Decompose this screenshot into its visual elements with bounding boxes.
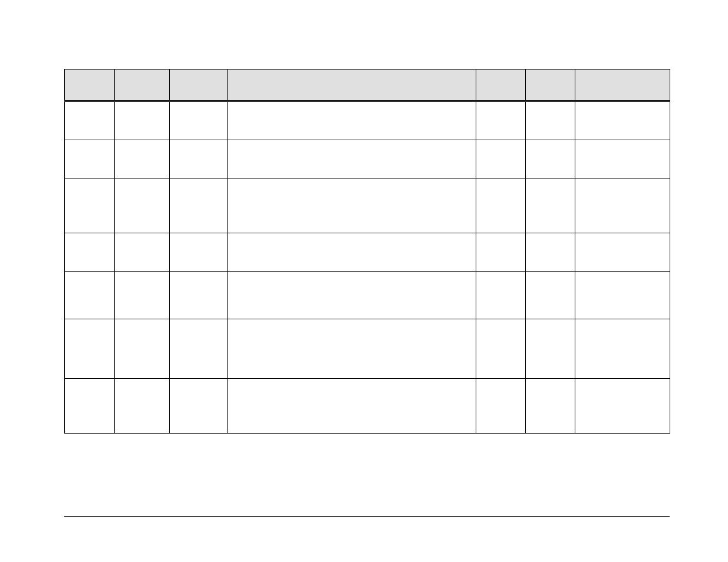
table-cell [228, 379, 476, 434]
table-cell [476, 178, 526, 233]
table-cell [526, 140, 575, 178]
table-cell [228, 140, 476, 178]
table-header-cell [526, 70, 575, 101]
table-cell [170, 101, 228, 140]
table-cell [575, 272, 670, 319]
table-row [65, 101, 670, 140]
table-cell [575, 233, 670, 272]
document-page [0, 0, 728, 562]
table-cell [526, 319, 575, 379]
table-row [65, 233, 670, 272]
table-cell [228, 319, 476, 379]
table-cell [170, 233, 228, 272]
table-cell [575, 140, 670, 178]
table-cell [575, 101, 670, 140]
table-header-cell [575, 70, 670, 101]
table-cell [115, 272, 170, 319]
table-cell [170, 272, 228, 319]
table-cell [115, 140, 170, 178]
table-cell [65, 319, 115, 379]
table-row [65, 379, 670, 434]
table-cell [115, 379, 170, 434]
table-cell [65, 140, 115, 178]
table-cell [115, 178, 170, 233]
table-container [64, 69, 670, 434]
table-row [65, 178, 670, 233]
table-cell [170, 319, 228, 379]
table-cell [228, 178, 476, 233]
table-cell [65, 233, 115, 272]
table-cell [476, 233, 526, 272]
table-cell [526, 379, 575, 434]
table-cell [228, 101, 476, 140]
table-cell [476, 101, 526, 140]
table-cell [228, 272, 476, 319]
footer-rule [64, 516, 670, 517]
table-cell [65, 272, 115, 319]
table-row [65, 140, 670, 178]
table-cell [65, 379, 115, 434]
table-cell [170, 379, 228, 434]
data-table [64, 69, 670, 434]
table-cell [170, 140, 228, 178]
table-header-cell [228, 70, 476, 101]
table-cell [115, 319, 170, 379]
table-cell [526, 178, 575, 233]
table-cell [575, 379, 670, 434]
table-header-row [65, 70, 670, 101]
table-cell [170, 178, 228, 233]
table-cell [575, 319, 670, 379]
table-cell [575, 178, 670, 233]
table-cell [476, 319, 526, 379]
table-cell [65, 178, 115, 233]
table-cell [526, 272, 575, 319]
table-cell [228, 233, 476, 272]
table-row [65, 272, 670, 319]
table-cell [526, 101, 575, 140]
table-cell [65, 101, 115, 140]
table-header-cell [170, 70, 228, 101]
table-cell [115, 233, 170, 272]
table-cell [526, 233, 575, 272]
table-cell [476, 140, 526, 178]
table-header-cell [115, 70, 170, 101]
table-row [65, 319, 670, 379]
table-cell [476, 379, 526, 434]
table-header-cell [65, 70, 115, 101]
table-cell [115, 101, 170, 140]
table-header-cell [476, 70, 526, 101]
table-cell [476, 272, 526, 319]
